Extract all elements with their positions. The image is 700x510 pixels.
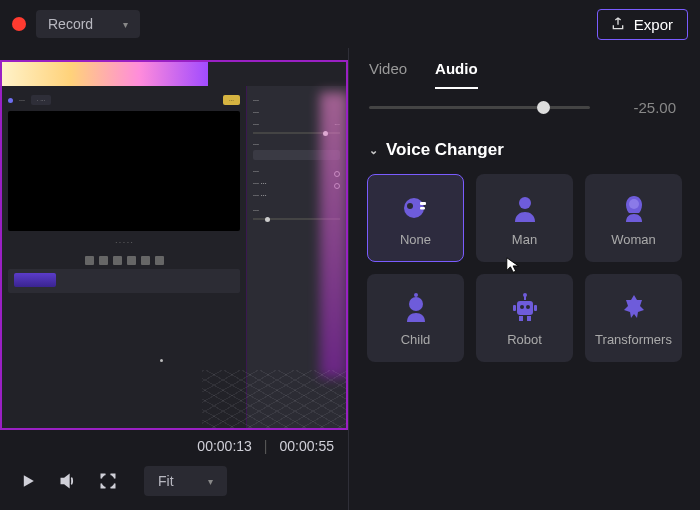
properties-panel: Video Audio -25.00 ⌄ Voice Changer None: [348, 48, 700, 510]
top-bar: Record ▾ Expor: [0, 0, 700, 48]
svg-point-1: [407, 203, 413, 209]
svg-point-12: [523, 293, 527, 297]
robot-icon: [508, 291, 542, 325]
time-display: 00:00:13 | 00:00:55: [0, 430, 348, 454]
tab-audio[interactable]: Audio: [435, 60, 478, 89]
preview-video-area: [8, 111, 240, 231]
preview-controls: Fit ▾: [0, 454, 348, 502]
record-group: Record ▾: [12, 10, 140, 38]
total-time: 00:00:55: [280, 438, 335, 454]
record-label: Record: [48, 16, 93, 32]
svg-point-5: [629, 199, 639, 209]
voice-label: Child: [401, 332, 431, 347]
tab-video[interactable]: Video: [369, 60, 407, 89]
preview-frame[interactable]: ··· · ··· ··· · · · · · ··· ··· ··· ···: [0, 60, 348, 430]
voice-card-none[interactable]: None: [367, 174, 464, 262]
svg-rect-14: [534, 305, 537, 311]
svg-rect-8: [517, 301, 533, 315]
main-area: ··· · ··· ··· · · · · · ··· ··· ··· ···: [0, 48, 700, 510]
gain-value: -25.00: [620, 99, 676, 116]
export-button[interactable]: Expor: [597, 9, 688, 40]
voice-label: Transformers: [595, 332, 672, 347]
current-time: 00:00:13: [197, 438, 252, 454]
svg-rect-15: [519, 316, 523, 321]
transformers-icon: [617, 291, 651, 325]
voice-card-child[interactable]: Child: [367, 274, 464, 362]
svg-rect-16: [527, 316, 531, 321]
preview-wireframe: [202, 370, 348, 430]
voice-card-woman[interactable]: Woman: [585, 174, 682, 262]
gain-slider[interactable]: [369, 106, 590, 109]
voice-grid: None Man Woman Child: [349, 174, 700, 362]
fit-dropdown[interactable]: Fit ▾: [144, 466, 227, 496]
section-title: Voice Changer: [386, 140, 504, 160]
voice-label: Woman: [611, 232, 656, 247]
fit-label: Fit: [158, 473, 174, 489]
none-icon: [399, 191, 433, 225]
man-icon: [508, 191, 542, 225]
svg-point-10: [526, 305, 530, 309]
preview-column: ··· · ··· ··· · · · · · ··· ··· ··· ···: [0, 48, 348, 510]
svg-point-6: [409, 297, 423, 311]
volume-icon[interactable]: [58, 471, 78, 491]
fullscreen-icon[interactable]: [98, 471, 118, 491]
chevron-down-icon: ⌄: [369, 144, 378, 157]
voice-label: None: [400, 232, 431, 247]
export-label: Expor: [634, 16, 673, 33]
play-icon[interactable]: [18, 471, 38, 491]
svg-rect-2: [420, 202, 426, 205]
svg-rect-13: [513, 305, 516, 311]
voice-label: Man: [512, 232, 537, 247]
child-icon: [399, 291, 433, 325]
svg-point-4: [519, 197, 531, 209]
time-separator: |: [264, 438, 268, 454]
preview-glow: [320, 92, 348, 378]
gain-row: -25.00: [349, 89, 700, 122]
slider-knob[interactable]: [537, 101, 550, 114]
svg-point-7: [414, 293, 418, 297]
voice-label: Robot: [507, 332, 542, 347]
export-icon: [610, 16, 626, 32]
voice-changer-header[interactable]: ⌄ Voice Changer: [349, 122, 700, 174]
svg-rect-3: [420, 207, 425, 210]
preview-gradient: [2, 62, 208, 86]
chevron-down-icon: ▾: [123, 19, 128, 30]
panel-tabs: Video Audio: [349, 48, 700, 89]
record-indicator-icon: [12, 17, 26, 31]
woman-icon: [617, 191, 651, 225]
voice-card-transformers[interactable]: Transformers: [585, 274, 682, 362]
svg-point-9: [520, 305, 524, 309]
voice-card-man[interactable]: Man: [476, 174, 573, 262]
record-dropdown[interactable]: Record ▾: [36, 10, 140, 38]
voice-card-robot[interactable]: Robot: [476, 274, 573, 362]
chevron-down-icon: ▾: [208, 476, 213, 487]
